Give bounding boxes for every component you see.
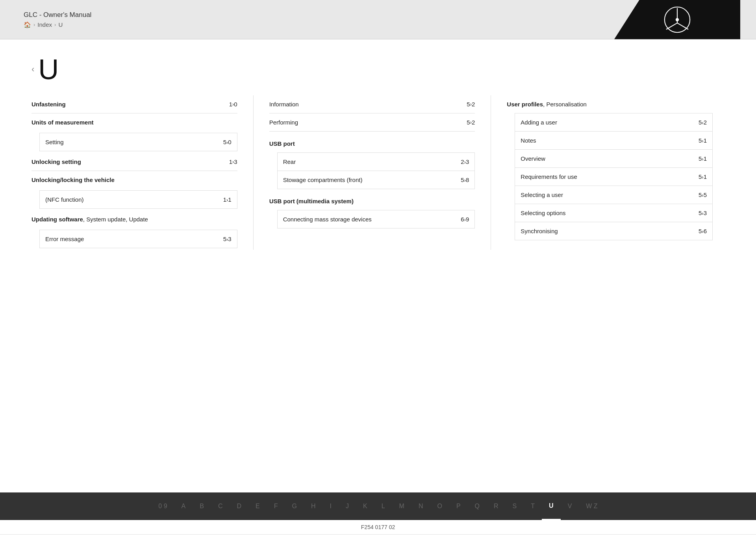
entry-label: User profiles, Personalisation (507, 101, 713, 108)
footer-letter-h[interactable]: H (304, 492, 323, 520)
entry-page: 5›1 (699, 155, 707, 162)
entry-label: Connecting mass storage devices (283, 216, 372, 223)
sub-entry-block: Setting 5›0 (39, 133, 237, 151)
entry-label: Selecting a user (521, 191, 563, 198)
footer-letter-k[interactable]: K (356, 492, 374, 520)
list-item: Connecting mass storage devices 6›9 (278, 210, 475, 228)
footer-code: F254 0177 02 (0, 520, 756, 534)
alphabet-nav: 0 9 A B C D E F G H I J K L M N O P Q R … (0, 492, 756, 520)
footer-letter-d[interactable]: D (230, 492, 249, 520)
entry-label: Information (269, 101, 467, 108)
footer-letter-o[interactable]: O (430, 492, 449, 520)
list-item: Synchronising 5›6 (515, 222, 712, 240)
list-item: Unfastening 1›0 (32, 95, 237, 113)
footer-letter-g[interactable]: G (285, 492, 304, 520)
footer-letter-v[interactable]: V (561, 492, 579, 520)
footer-letter-l[interactable]: L (374, 492, 392, 520)
footer-letter-r[interactable]: R (487, 492, 506, 520)
col-3: User profiles, Personalisation Adding a … (491, 95, 724, 250)
footer-letter-q[interactable]: Q (468, 492, 487, 520)
footer-letter-n[interactable]: N (411, 492, 430, 520)
entry-label: Updating software, System update, Update (32, 216, 237, 223)
sub-entry-block: (NFC function) 1›1 (39, 190, 237, 209)
breadcrumb-sep-2: › (54, 22, 56, 28)
list-item: Selecting options 5›3 (515, 204, 712, 222)
entry-label: Adding a user (521, 119, 557, 126)
entry-page: 6›9 (461, 216, 469, 223)
sub-entry-block: Adding a user 5›2 Notes 5›1 Overview 5›1… (515, 113, 713, 240)
list-item: Performing 5›2 (269, 113, 475, 132)
breadcrumb-index[interactable]: Index (37, 21, 52, 28)
entry-label: Error message (45, 236, 84, 242)
footer-letter-c[interactable]: C (211, 492, 230, 520)
entry-page: 5›1 (699, 137, 707, 144)
entry-page: 1›1 (223, 196, 232, 203)
entry-label: Selecting options (521, 210, 565, 216)
footer-letter-09[interactable]: 0 9 (151, 492, 174, 520)
list-item: Information 5›2 (269, 95, 475, 113)
list-item: Rear 2›3 (278, 153, 475, 171)
footer-letter-m[interactable]: M (392, 492, 411, 520)
footer-letter-j[interactable]: J (339, 492, 356, 520)
footer-letter-t[interactable]: T (524, 492, 542, 520)
footer-letter-i[interactable]: I (323, 492, 339, 520)
entry-page: 5›3 (223, 236, 232, 242)
main-content: ‹ U Unfastening 1›0 Units of measurement… (0, 39, 756, 492)
entry-page: 5›0 (223, 139, 232, 145)
sub-entry-block: Rear 2›3 Stowage compartments (front) 5›… (277, 152, 475, 189)
entry-page: 2›3 (461, 158, 469, 165)
entry-page: 1›0 (229, 101, 237, 108)
header-left: GLC - Owner's Manual 🏠 › Index › U (24, 11, 91, 28)
manual-title: GLC - Owner's Manual (24, 11, 91, 19)
list-item: Requirements for use 5›1 (515, 168, 712, 186)
footer-letter-s[interactable]: S (506, 492, 524, 520)
entry-page: 1›3 (229, 158, 237, 165)
footer-letter-p[interactable]: P (449, 492, 468, 520)
breadcrumb: 🏠 › Index › U (24, 21, 91, 28)
entry-label: (NFC function) (45, 196, 84, 203)
list-item: Updating software, System update, Update (32, 210, 237, 228)
footer-letter-e[interactable]: E (248, 492, 267, 520)
entry-label: Setting (45, 139, 64, 145)
entry-label: Unlocking/locking the vehicle (32, 176, 237, 183)
list-item: Stowage compartments (front) 5›8 (278, 171, 475, 189)
list-item: Overview 5›1 (515, 150, 712, 168)
entry-page: 5›8 (461, 176, 469, 183)
prev-letter-button[interactable]: ‹ (32, 64, 34, 74)
col-1: Unfastening 1›0 Units of measurement Set… (32, 95, 254, 250)
entry-page: 5›2 (467, 101, 475, 108)
entry-label: Performing (269, 119, 467, 126)
footer-letter-b[interactable]: B (193, 492, 211, 520)
entry-page: 5›2 (467, 119, 475, 126)
entry-label: Synchronising (521, 228, 558, 234)
document-code: F254 0177 02 (361, 524, 395, 530)
list-item: USB port (269, 135, 475, 152)
list-item: Selecting a user 5›5 (515, 186, 712, 204)
entry-label: Units of measurement (32, 119, 237, 126)
entry-page: 5›5 (699, 191, 707, 198)
list-item: Unlocking/locking the vehicle (32, 171, 237, 189)
list-item: Units of measurement (32, 113, 237, 131)
home-icon[interactable]: 🏠 (24, 21, 31, 28)
entry-page: 5›1 (699, 173, 707, 180)
mercedes-star-icon (663, 6, 691, 33)
entry-page: 5›6 (699, 228, 707, 234)
current-letter: U (38, 55, 59, 84)
sub-entry-block: Error message 5›3 (39, 230, 237, 248)
entry-label: Notes (521, 137, 536, 144)
entry-page: 5›2 (699, 119, 707, 126)
index-columns: Unfastening 1›0 Units of measurement Set… (32, 95, 724, 250)
entry-label: Unlocking setting (32, 158, 229, 165)
footer-letter-f[interactable]: F (267, 492, 285, 520)
entry-label: Requirements for use (521, 173, 577, 180)
entry-label: USB port (multimedia system) (269, 198, 475, 204)
col-2: Information 5›2 Performing 5›2 USB port … (254, 95, 491, 250)
list-item: USB port (multimedia system) (269, 192, 475, 210)
footer-letter-a[interactable]: A (174, 492, 193, 520)
footer-letter-wz[interactable]: W Z (579, 492, 604, 520)
entry-label: USB port (269, 140, 475, 147)
entry-page: 5›3 (699, 210, 707, 216)
list-item: Error message 5›3 (40, 230, 237, 248)
footer-letter-u[interactable]: U (542, 492, 561, 520)
entry-label: Stowage compartments (front) (283, 176, 363, 183)
